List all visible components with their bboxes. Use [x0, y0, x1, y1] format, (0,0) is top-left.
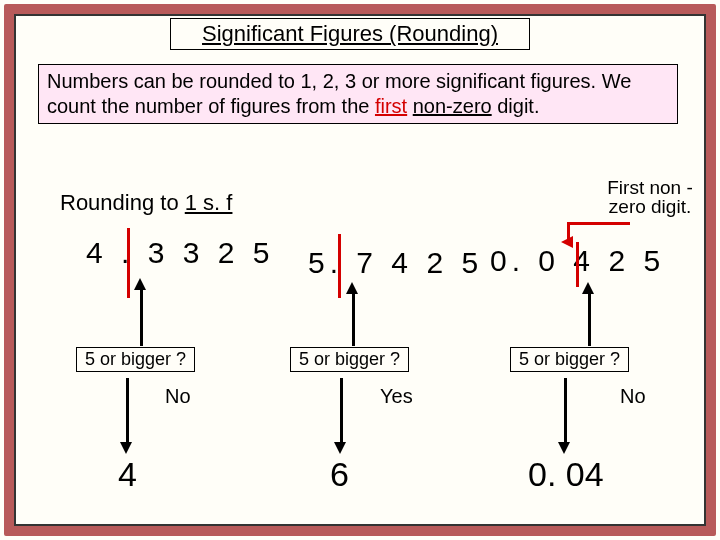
- question-text-1: 5 or bigger ?: [85, 349, 186, 369]
- callout-first-nonzero: First non -zero digit.: [600, 178, 700, 216]
- question-text-3: 5 or bigger ?: [519, 349, 620, 369]
- answer-3: No: [620, 385, 646, 408]
- example-number-1: 4 . 3 3 2 5: [86, 236, 274, 270]
- intro-nonzero: non-zero: [413, 95, 492, 117]
- title-box: Significant Figures (Rounding): [170, 18, 530, 50]
- subhead-b: 1 s. f: [185, 190, 233, 215]
- intro-pre: Numbers can be rounded to 1, 2, 3 or mor…: [47, 70, 631, 117]
- subheading: Rounding to 1 s. f: [60, 190, 232, 216]
- answer-2: Yes: [380, 385, 413, 408]
- title-text: Significant Figures (Rounding): [202, 21, 498, 46]
- question-box-3: 5 or bigger ?: [510, 347, 629, 372]
- final-answer-3: 0. 04: [528, 455, 604, 494]
- sigfig-marker-3: [576, 242, 579, 287]
- subhead-a: Rounding to: [60, 190, 185, 215]
- sigfig-marker-2: [338, 234, 341, 298]
- question-box-2: 5 or bigger ?: [290, 347, 409, 372]
- example-number-2: 5. 7 4 2 5: [308, 246, 483, 280]
- question-box-1: 5 or bigger ?: [76, 347, 195, 372]
- final-answer-1: 4: [118, 455, 137, 494]
- final-answer-2: 6: [330, 455, 349, 494]
- intro-box: Numbers can be rounded to 1, 2, 3 or mor…: [38, 64, 678, 124]
- question-text-2: 5 or bigger ?: [299, 349, 400, 369]
- answer-1: No: [165, 385, 191, 408]
- intro-first: first: [375, 95, 407, 117]
- sigfig-marker-1: [127, 228, 130, 298]
- intro-post: digit.: [492, 95, 540, 117]
